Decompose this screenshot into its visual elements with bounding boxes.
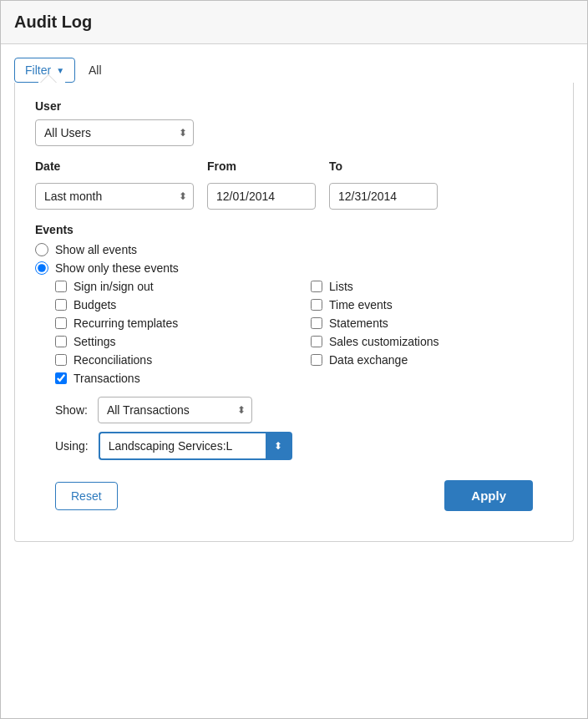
page-title: Audit Log [14,13,574,32]
statements-checkbox[interactable] [311,317,322,329]
statements-label[interactable]: Statements [329,316,388,330]
sign-in-label[interactable]: Sign in/sign out [74,280,154,293]
using-label: Using: [55,439,89,453]
apply-button[interactable]: Apply [444,480,533,511]
show-select-wrapper: All Transactions Income Expense [98,397,252,423]
lists-checkbox[interactable] [311,281,322,292]
data-exchange-label[interactable]: Data exchange [329,353,408,367]
recurring-checkbox[interactable] [55,317,67,329]
show-label: Show: [55,403,88,417]
checkbox-lists: Lists [311,280,553,293]
reconciliations-label[interactable]: Reconciliations [74,353,152,367]
date-group: Date Last month This month Last week Thi… [35,159,194,210]
date-select-wrapper: Last month This month Last week This wee… [35,183,194,210]
show-all-radio[interactable] [35,243,48,256]
transactions-label[interactable]: Transactions [74,372,140,385]
user-section-label: User [35,99,553,113]
show-only-radio[interactable] [35,261,48,275]
lists-label[interactable]: Lists [329,280,353,293]
user-select[interactable]: All Users Admin User1 User2 [35,119,194,146]
checkbox-data-exchange: Data exchange [311,353,553,367]
user-select-wrapper: All Users Admin User1 User2 [35,119,194,146]
settings-checkbox[interactable] [55,336,67,347]
data-exchange-checkbox[interactable] [311,354,322,366]
events-section-label: Events [35,223,553,236]
title-bar: Audit Log [1,1,587,44]
checkbox-time-events: Time events [311,298,553,311]
show-select[interactable]: All Transactions Income Expense [98,397,252,423]
sales-custom-checkbox[interactable] [311,336,322,347]
time-events-label[interactable]: Time events [329,298,393,311]
settings-label[interactable]: Settings [74,335,116,348]
show-only-radio-row: Show only these events [35,261,553,275]
date-select[interactable]: Last month This month Last week This wee… [35,183,194,210]
date-to-input[interactable] [329,183,438,210]
date-to-group: To [329,159,438,210]
date-label: Date [35,159,194,173]
transactions-checkbox[interactable] [55,372,67,384]
time-events-checkbox[interactable] [311,299,322,311]
date-from-group: From [207,159,316,210]
recurring-label[interactable]: Recurring templates [74,316,178,330]
sales-custom-label[interactable]: Sales customizations [329,335,439,348]
audit-log-window: Audit Log Filter ▼ All User All Users Ad… [0,0,588,719]
checkbox-sales-custom: Sales customizations [311,335,553,348]
date-section: Date Last month This month Last week Thi… [35,159,553,210]
checkbox-settings: Settings [55,335,297,348]
using-row: Using: ⬍ [55,432,553,460]
show-row: Show: All Transactions Income Expense [55,397,553,423]
filter-arrow-icon: ▼ [56,66,64,75]
checkbox-sign-in: Sign in/sign out [55,280,297,293]
checkbox-statements: Statements [311,316,553,330]
toolbar: Filter ▼ All [1,44,587,83]
panel-triangle [40,74,57,83]
using-arrow-button[interactable]: ⬍ [266,432,292,460]
reset-button[interactable]: Reset [55,482,118,510]
using-select-wrapper: ⬍ [99,432,292,460]
budgets-label[interactable]: Budgets [74,298,116,311]
using-arrow-icon: ⬍ [274,440,282,452]
sign-in-checkbox[interactable] [55,281,67,292]
checkbox-transactions: Transactions [55,372,297,385]
events-section: Events Show all events Show only these e… [35,223,553,460]
date-to-label: To [329,159,438,173]
filter-panel: User All Users Admin User1 User2 Date La… [14,83,574,542]
checkboxes-grid: Sign in/sign out Lists Budgets Time even… [55,280,553,385]
checkbox-budgets: Budgets [55,298,297,311]
toolbar-all-label: All [89,63,102,77]
checkbox-reconciliations: Reconciliations [55,353,297,367]
show-all-radio-row: Show all events [35,243,553,256]
date-from-label: From [207,159,316,173]
footer: Reset Apply [35,467,553,524]
show-all-label[interactable]: Show all events [55,243,137,256]
using-input[interactable] [99,432,266,460]
show-only-label[interactable]: Show only these events [55,261,179,275]
checkbox-recurring: Recurring templates [55,316,297,330]
user-section: User All Users Admin User1 User2 [35,99,553,146]
reconciliations-checkbox[interactable] [55,354,67,366]
date-from-input[interactable] [207,183,316,210]
budgets-checkbox[interactable] [55,299,67,311]
